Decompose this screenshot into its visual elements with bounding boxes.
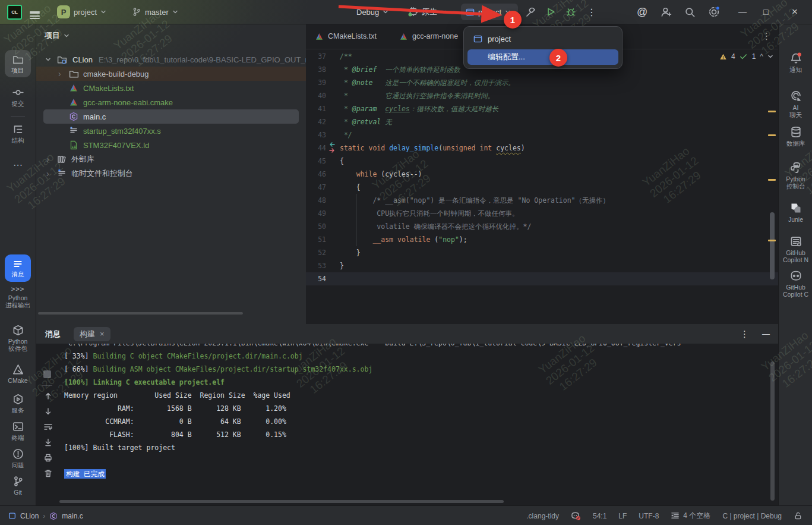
code-line: * @param cycles：循环次数，值越大延时越长 (340, 102, 609, 115)
project-widget[interactable]: P project (57, 0, 106, 24)
debug-button[interactable] (565, 0, 576, 24)
chevron-right-icon: › (46, 169, 49, 178)
caret-position-widget[interactable]: 54:1 (593, 512, 606, 520)
clear-all-icon[interactable] (43, 469, 53, 478)
line-separator-widget[interactable]: LF (618, 512, 627, 520)
editor-options-button[interactable]: ⋮ (762, 24, 771, 49)
inspection-widget[interactable]: 4 1 ^ (719, 52, 773, 61)
database-icon (790, 126, 802, 138)
tab-cmakelists[interactable]: CMakeLists.txt (315, 24, 377, 49)
annotation-badge-2: 2 (549, 49, 567, 67)
tree-row-file[interactable]: STM32F407VEX.ld (36, 138, 306, 152)
sidebar-item-messages[interactable]: 消息 (0, 254, 36, 282)
context-widget[interactable]: C | project | Debug (722, 512, 782, 520)
sidebar-item-project[interactable]: 项目 (0, 50, 36, 77)
run-button[interactable] (545, 0, 556, 24)
project-panel-header[interactable]: 项目 (45, 30, 69, 41)
bell-icon (790, 52, 802, 64)
popup-item-project[interactable]: project (467, 30, 618, 47)
print-icon[interactable] (43, 453, 53, 463)
sidebar-item-github-copilot-docs[interactable]: GitHub Copilot N (779, 235, 812, 263)
sidebar-item-ai-chat[interactable]: AI 聊天 (779, 90, 812, 118)
close-icon[interactable]: × (100, 329, 105, 338)
window-maximize-button[interactable]: □ (763, 0, 768, 24)
tree-row-file[interactable]: gcc-arm-none-eabi.cmake (36, 95, 306, 109)
main-menu-button[interactable] (30, 0, 40, 24)
indent-widget[interactable]: 4 个空格 (671, 511, 710, 521)
sidebar-item-python-packages[interactable]: Python 软件包 (0, 325, 36, 352)
panel-options-button[interactable]: ⋮ (740, 329, 749, 339)
code-token: * 它通过执行空操作指令来消耗时间。 (340, 92, 494, 100)
ai-assistant-button[interactable]: @ (637, 0, 647, 24)
code-with-me-button[interactable] (661, 0, 672, 24)
run-config-window-icon (466, 8, 475, 17)
gutter-navigation-arrows[interactable] (327, 142, 338, 154)
code-token: * (340, 78, 352, 87)
code-content[interactable]: /** * @brief 一个简单的软件延时函数 * @note 这是一个不精确… (340, 50, 609, 285)
copilot-status-widget[interactable] (571, 511, 581, 521)
warning-stripe[interactable] (768, 134, 776, 136)
sidebar-item-database[interactable]: 数据库 (779, 126, 812, 147)
folder-icon (69, 69, 79, 79)
horizontal-scrollbar[interactable] (38, 312, 243, 315)
titlebar: CL P project master Debug 原生 (0, 0, 812, 24)
sidebar-item-notifications[interactable]: 通知 (779, 52, 812, 73)
editor-scrollbar[interactable] (770, 212, 775, 279)
hide-panel-button[interactable]: — (762, 329, 770, 338)
up-arrow-button[interactable] (43, 391, 53, 401)
build-button[interactable] (525, 0, 536, 24)
warning-stripe[interactable] (768, 240, 776, 241)
tree-row-file[interactable]: CMakeLists.txt (36, 81, 306, 95)
tree-row-file[interactable]: startup_stm32f407xx.s (36, 124, 306, 138)
popup-item-edit-configurations[interactable]: 编辑配置... (467, 49, 618, 65)
stop-button[interactable] (43, 370, 51, 378)
soft-wrap-button[interactable] (43, 422, 53, 432)
lock-widget[interactable] (794, 511, 802, 520)
tab-build[interactable]: 构建 × (74, 327, 110, 341)
embedded-chip-icon (407, 7, 418, 17)
console-line: [100%] Built target project (64, 441, 770, 454)
target-selector[interactable]: 原生 (407, 0, 447, 24)
popup-item-label: project (488, 34, 511, 43)
more-tool-windows-button[interactable]: ⋯ (0, 159, 36, 171)
sidebar-item-problems[interactable]: 问题 (0, 448, 36, 469)
sidebar-item-junie[interactable]: Junie (779, 202, 812, 223)
clang-tidy-widget[interactable]: .clang-tidy (526, 512, 559, 520)
window-minimize-button[interactable]: — (738, 0, 747, 24)
breadcrumb[interactable]: CLion › main.c (8, 512, 83, 520)
sidebar-item-structure[interactable]: 结构 (0, 124, 36, 144)
sidebar-item-commit[interactable]: 提交 (0, 87, 36, 107)
next-problem-button[interactable] (767, 54, 773, 59)
more-actions-button[interactable]: ⋮ (587, 0, 596, 24)
settings-button[interactable] (708, 0, 720, 24)
tree-row-external-libraries[interactable]: › 外部库 (36, 152, 306, 166)
tree-root-name: CLion (72, 55, 93, 64)
window-close-button[interactable]: × (792, 0, 798, 24)
vcs-branch-widget[interactable]: master (132, 0, 178, 24)
build-console[interactable]: "C:\Program Files\JetBrains\CLion 2025.1… (59, 344, 770, 498)
sidebar-item-services[interactable]: 服务 (0, 394, 36, 414)
sidebar-item-python-console[interactable]: Python 控制台 (779, 162, 812, 190)
sidebar-item-git[interactable]: Git (0, 476, 36, 496)
warning-stripe[interactable] (768, 111, 776, 112)
tree-row-scratches[interactable]: › 临时文件和控制台 (36, 166, 306, 181)
sidebar-item-terminal[interactable]: 终端 (0, 421, 36, 441)
search-everywhere-button[interactable] (684, 0, 696, 24)
sidebar-item-cmake[interactable]: CMake (0, 364, 36, 384)
tree-row-folder[interactable]: › cmake-build-debug (36, 67, 306, 81)
prev-problem-button[interactable]: ^ (760, 52, 763, 61)
sidebar-item-github-copilot-chat[interactable]: GitHub Copilot C (779, 270, 812, 298)
tree-row-file-selected[interactable]: main.c (36, 109, 306, 124)
console-vertical-scrollbar[interactable] (770, 361, 775, 501)
code-line: __asm volatile ("nop"); (340, 233, 609, 246)
tree-row-root[interactable]: CLion E:\3_repo\0_fdb\1_tutorial-code\9-… (36, 52, 306, 67)
scroll-to-end-button[interactable] (43, 438, 53, 447)
sidebar-item-python-output[interactable]: >>> Python 进程输出 (0, 285, 36, 309)
warning-stripe[interactable] (768, 179, 776, 181)
encoding-widget[interactable]: UTF-8 (639, 512, 659, 520)
line-number: 50 (306, 220, 326, 233)
build-type-selector[interactable]: Debug (356, 0, 388, 24)
tab-gcc-arm-none[interactable]: gcc-arm-none (399, 24, 458, 49)
console-horizontal-scrollbar[interactable] (59, 500, 504, 503)
down-arrow-button[interactable] (43, 407, 53, 416)
